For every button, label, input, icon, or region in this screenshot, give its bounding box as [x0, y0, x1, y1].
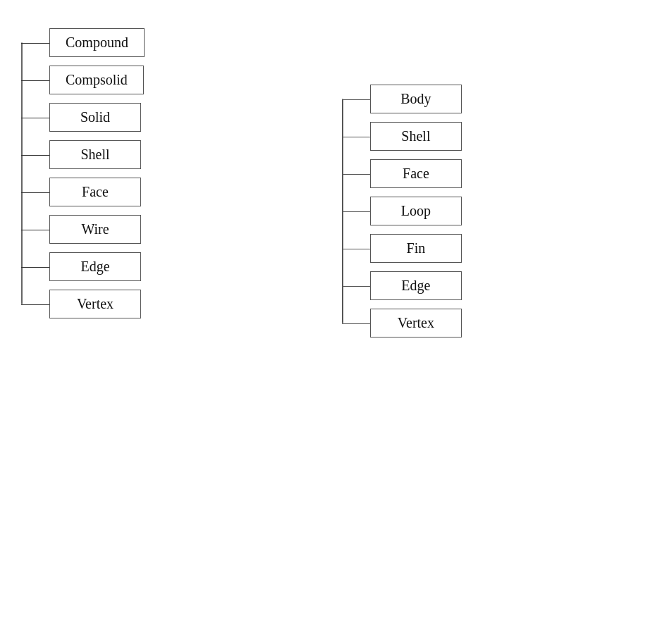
- node-box-compsolid: Compsolid: [49, 66, 144, 94]
- node-box-solid: Solid: [49, 103, 141, 132]
- left-node-row: Shell: [49, 140, 145, 169]
- left-node-row: Edge: [49, 252, 145, 281]
- right-node-box-shell: Shell: [370, 122, 462, 151]
- left-tree-section: CompoundCompsolidSolidShellFaceWireEdgeV…: [21, 28, 145, 327]
- right-tree: BodyShellFaceLoopFinEdgeVertex: [342, 85, 462, 338]
- node-box-face: Face: [49, 178, 141, 206]
- right-node-box-body: Body: [370, 85, 462, 113]
- node-box-edge: Edge: [49, 252, 141, 281]
- right-node-box-face: Face: [370, 159, 462, 188]
- left-node-row: Vertex: [49, 290, 145, 318]
- node-box-compound: Compound: [49, 28, 145, 57]
- node-box-shell: Shell: [49, 140, 141, 169]
- right-node-row: Fin: [370, 234, 462, 263]
- diagram-container: CompoundCompsolidSolidShellFaceWireEdgeV…: [0, 0, 662, 360]
- right-node-box-loop: Loop: [370, 197, 462, 225]
- right-node-box-vertex: Vertex: [370, 309, 462, 338]
- left-node-row: Solid: [49, 103, 145, 132]
- right-node-row: Edge: [370, 271, 462, 300]
- right-node-box-fin: Fin: [370, 234, 462, 263]
- right-node-row: Vertex: [370, 309, 462, 338]
- left-node-row: Compound: [49, 28, 145, 57]
- left-tree: CompoundCompsolidSolidShellFaceWireEdgeV…: [21, 28, 145, 318]
- node-box-vertex: Vertex: [49, 290, 141, 318]
- right-node-row: Body: [370, 85, 462, 113]
- right-node-row: Face: [370, 159, 462, 188]
- right-node-row: Shell: [370, 122, 462, 151]
- right-tree-section: BodyShellFaceLoopFinEdgeVertex: [342, 85, 462, 346]
- left-node-row: Face: [49, 178, 145, 206]
- right-node-box-edge: Edge: [370, 271, 462, 300]
- left-node-row: Compsolid: [49, 66, 145, 94]
- right-node-row: Loop: [370, 197, 462, 225]
- left-node-row: Wire: [49, 215, 145, 244]
- node-box-wire: Wire: [49, 215, 141, 244]
